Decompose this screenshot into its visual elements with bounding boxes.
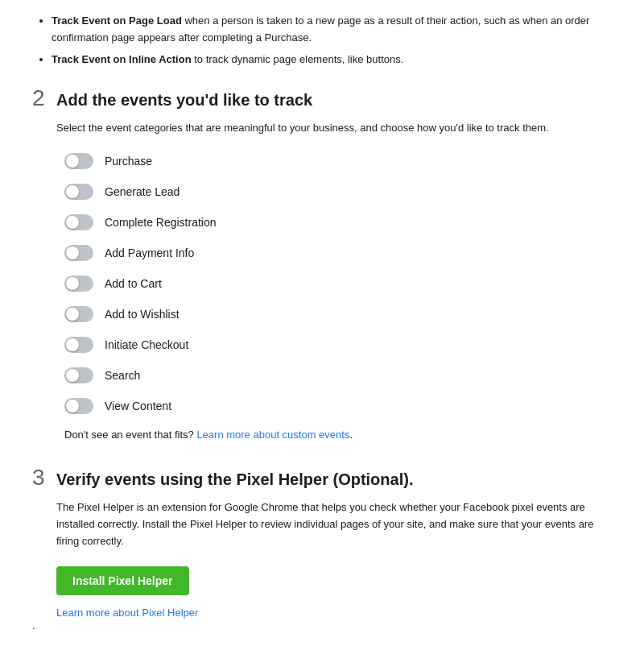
toggle-add-payment-info-label: Add Payment Info [105, 246, 194, 259]
section-2-number: 2 [32, 87, 48, 110]
section-3-title: Verify events using the Pixel Helper (Op… [56, 469, 413, 490]
toggle-add-to-cart[interactable] [64, 276, 93, 292]
toggle-complete-registration[interactable] [64, 214, 93, 230]
toggle-add-to-wishlist-label: Add to Wishlist [105, 308, 180, 321]
toggle-item-search: Search [64, 367, 612, 383]
toggle-initiate-checkout[interactable] [64, 337, 93, 353]
toggle-item-complete-registration: Complete Registration [64, 214, 612, 230]
toggle-item-add-to-wishlist: Add to Wishlist [64, 306, 612, 322]
toggle-item-generate-lead: Generate Lead [64, 184, 612, 200]
section-2-title: Add the events you'd like to track [56, 89, 312, 110]
bullet-1-strong: Track Event on Page Load [52, 14, 182, 27]
bullet-2-strong: Track Event on Inline Action [52, 53, 192, 65]
toggle-search[interactable] [64, 367, 93, 383]
section-2-description: Select the event categories that are mea… [56, 120, 612, 137]
toggle-initiate-checkout-label: Initiate Checkout [105, 338, 188, 351]
toggle-view-content-label: View Content [105, 400, 171, 412]
bullet-section: Track Event on Page Load when a person i… [32, 13, 612, 68]
section-3-description: The Pixel Helper is an extension for Goo… [56, 499, 612, 549]
toggle-item-add-to-cart: Add to Cart [64, 276, 612, 292]
toggle-item-view-content: View Content [64, 398, 612, 414]
toggle-purchase-label: Purchase [105, 155, 152, 168]
toggle-add-to-cart-label: Add to Cart [105, 277, 162, 290]
page-wrapper: Track Event on Page Load when a person i… [0, 0, 644, 667]
bullet-item-2: Track Event on Inline Action to track dy… [52, 52, 612, 68]
learn-more-pixel-helper-link[interactable]: Learn more about Pixel Helper [56, 607, 612, 619]
custom-events-prefix: Don't see an event that fits? [64, 429, 194, 441]
toggle-generate-lead[interactable] [64, 184, 93, 200]
section-2: 2 Add the events you'd like to track Sel… [32, 87, 612, 441]
toggle-item-purchase: Purchase [64, 153, 612, 169]
section-3: 3 Verify events using the Pixel Helper (… [32, 466, 612, 631]
bullet-2-text: to track dynamic page elements, like but… [192, 53, 404, 65]
toggle-list: Purchase Generate Lead Complete Registra… [64, 153, 612, 414]
install-pixel-helper-button[interactable]: Install Pixel Helper [56, 566, 189, 595]
toggle-item-add-payment-info: Add Payment Info [64, 245, 612, 261]
section-3-header: 3 Verify events using the Pixel Helper (… [32, 466, 612, 490]
section-3-number: 3 [32, 466, 48, 489]
toggle-complete-registration-label: Complete Registration [105, 216, 217, 229]
toggle-view-content[interactable] [64, 398, 93, 414]
toggle-generate-lead-label: Generate Lead [105, 185, 180, 198]
toggle-search-label: Search [105, 369, 140, 382]
custom-events-text: Don't see an event that fits? Learn more… [64, 429, 612, 441]
section-2-header: 2 Add the events you'd like to track [32, 87, 612, 110]
toggle-add-to-wishlist[interactable] [64, 306, 93, 322]
bullet-item-1: Track Event on Page Load when a person i… [52, 13, 612, 47]
toggle-add-payment-info[interactable] [64, 245, 93, 261]
toggle-purchase[interactable] [64, 153, 93, 169]
custom-events-link[interactable]: Learn more about custom events [196, 429, 349, 441]
toggle-item-initiate-checkout: Initiate Checkout [64, 337, 612, 353]
